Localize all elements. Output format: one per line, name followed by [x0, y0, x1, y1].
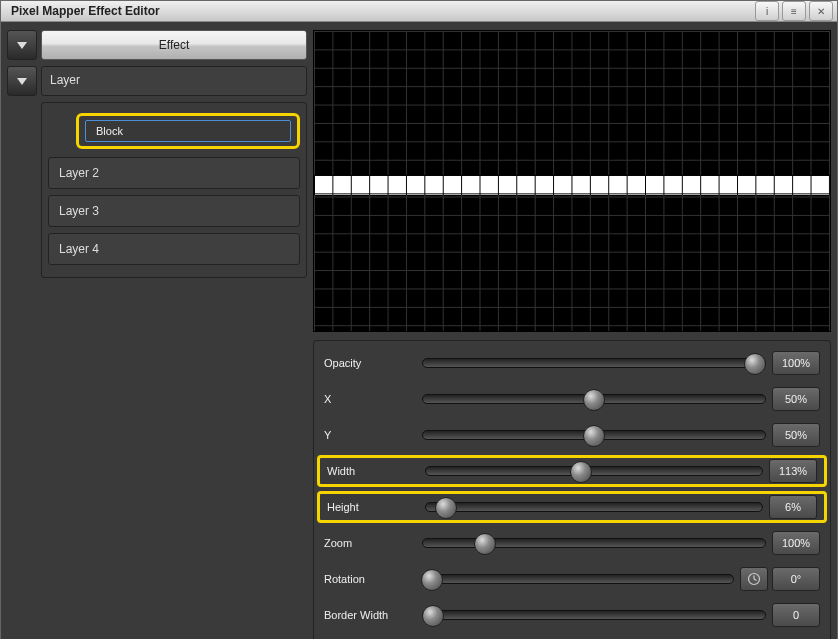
slider-thumb[interactable]	[583, 389, 605, 411]
block-label: Block	[96, 125, 123, 137]
pixel-preview	[313, 30, 831, 332]
slider-track[interactable]	[425, 502, 763, 512]
triangle-down-icon	[15, 74, 29, 88]
svg-marker-1	[17, 78, 27, 85]
slider-value[interactable]: 50%	[772, 387, 820, 411]
left-panel: Effect Layer Block Layer 2Layer 3Layer 4	[1, 22, 313, 639]
slider-track[interactable]	[422, 430, 766, 440]
slider-track[interactable]	[422, 574, 734, 584]
slider-track[interactable]	[422, 394, 766, 404]
layer-header-label: Layer	[50, 73, 80, 87]
content: Effect Layer Block Layer 2Layer 3Layer 4	[1, 22, 837, 639]
slider-label: Height	[327, 501, 425, 513]
layer-item[interactable]: Layer 3	[48, 195, 300, 227]
titlebar-buttons: i ≡ ✕	[755, 1, 833, 21]
slider-value[interactable]: 50%	[772, 423, 820, 447]
close-icon: ✕	[817, 6, 825, 17]
titlebar: Pixel Mapper Effect Editor i ≡ ✕	[1, 1, 837, 22]
clock-icon	[747, 572, 761, 586]
slider-thumb[interactable]	[474, 533, 496, 555]
slider-thumb[interactable]	[421, 569, 443, 591]
clock-button[interactable]	[740, 567, 768, 591]
window: Pixel Mapper Effect Editor i ≡ ✕ Effect	[0, 0, 838, 639]
layer-header-row: Layer	[7, 66, 307, 96]
slider-thumb[interactable]	[583, 425, 605, 447]
effect-button[interactable]: Effect	[41, 30, 307, 60]
layer-item[interactable]: Layer 2	[48, 157, 300, 189]
slider-thumb[interactable]	[435, 497, 457, 519]
effect-row: Effect	[7, 30, 307, 60]
preview-band	[314, 175, 830, 195]
triangle-down-icon	[15, 38, 29, 52]
info-button[interactable]: i	[755, 1, 779, 21]
slider-thumb[interactable]	[422, 605, 444, 627]
slider-value[interactable]: 6%	[769, 495, 817, 519]
menu-icon: ≡	[791, 6, 797, 17]
slider-label: Zoom	[324, 537, 422, 549]
svg-marker-0	[17, 42, 27, 49]
slider-track[interactable]	[422, 538, 766, 548]
slider-label: X	[324, 393, 422, 405]
slider-row-y: Y50%	[320, 419, 824, 451]
svg-line-4	[754, 579, 757, 581]
slider-track[interactable]	[425, 466, 763, 476]
layer-container: Block Layer 2Layer 3Layer 4	[41, 102, 307, 278]
effect-button-label: Effect	[159, 38, 189, 52]
sliders-panel: Opacity100%X50%Y50%Width113%Height6%Zoom…	[313, 340, 831, 639]
slider-track[interactable]	[422, 358, 766, 368]
slider-thumb[interactable]	[744, 353, 766, 375]
band-grid	[314, 175, 830, 195]
slider-label: Y	[324, 429, 422, 441]
layer-item[interactable]: Layer 4	[48, 233, 300, 265]
window-title: Pixel Mapper Effect Editor	[5, 4, 160, 18]
slider-value[interactable]: 113%	[769, 459, 817, 483]
slider-row-x: X50%	[320, 383, 824, 415]
layer-header[interactable]: Layer	[41, 66, 307, 96]
slider-value[interactable]: 0	[772, 603, 820, 627]
slider-row-opacity: Opacity100%	[320, 347, 824, 379]
info-icon: i	[766, 6, 768, 17]
collapse-effect-button[interactable]	[7, 30, 37, 60]
slider-label: Border Width	[324, 609, 422, 621]
slider-row-zoom: Zoom100%	[320, 527, 824, 559]
right-panel: Opacity100%X50%Y50%Width113%Height6%Zoom…	[313, 22, 837, 639]
slider-label: Rotation	[324, 573, 422, 585]
slider-label: Width	[327, 465, 425, 477]
close-button[interactable]: ✕	[809, 1, 833, 21]
slider-row-border-width: Border Width0	[320, 599, 824, 631]
slider-value[interactable]: 0°	[772, 567, 820, 591]
slider-row-height: Height6%	[317, 491, 827, 523]
slider-value[interactable]: 100%	[772, 351, 820, 375]
slider-row-rotation: Rotation0°	[320, 563, 824, 595]
slider-thumb[interactable]	[570, 461, 592, 483]
slider-label: Opacity	[324, 357, 422, 369]
slider-row-width: Width113%	[317, 455, 827, 487]
block-button[interactable]: Block	[85, 120, 291, 142]
menu-button[interactable]: ≡	[782, 1, 806, 21]
block-highlight: Block	[76, 113, 300, 149]
slider-track[interactable]	[422, 610, 766, 620]
slider-value[interactable]: 100%	[772, 531, 820, 555]
collapse-layer-button[interactable]	[7, 66, 37, 96]
